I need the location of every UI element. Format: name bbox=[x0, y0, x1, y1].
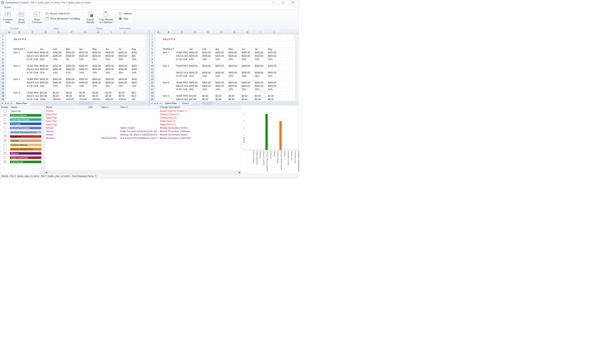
row-header[interactable]: 11 bbox=[0, 68, 5, 71]
cell[interactable] bbox=[228, 44, 241, 47]
right-horizontal-scrollbar[interactable] bbox=[194, 102, 298, 105]
cell[interactable]: $500.00 bbox=[105, 68, 118, 71]
select-all-corner[interactable] bbox=[149, 30, 155, 34]
option-row[interactable]: SysGen Names bbox=[0, 143, 41, 147]
cell[interactable]: Jun bbox=[105, 48, 118, 51]
cell[interactable]: $500.00 bbox=[39, 81, 52, 84]
cell[interactable] bbox=[105, 38, 118, 41]
cell[interactable]: 14% bbox=[267, 88, 280, 91]
diff-row[interactable]: Sheet2Attribute VB_Base = "0{00020820-0.… bbox=[45, 133, 241, 136]
cell[interactable] bbox=[215, 68, 228, 71]
option-checkbox[interactable] bbox=[4, 161, 6, 163]
cell[interactable] bbox=[79, 75, 92, 78]
cell[interactable]: $0.00 bbox=[118, 94, 131, 98]
cell[interactable]: 100% bbox=[39, 98, 52, 101]
cell[interactable] bbox=[79, 44, 92, 47]
cell[interactable] bbox=[13, 75, 26, 78]
cell[interactable] bbox=[155, 91, 162, 94]
cell[interactable]: YEAR PRIO bbox=[175, 81, 189, 84]
cell[interactable]: YEAR PRIO bbox=[175, 94, 189, 98]
cell[interactable]: 25% bbox=[105, 84, 118, 88]
cell[interactable] bbox=[189, 91, 202, 94]
cell[interactable] bbox=[155, 48, 162, 51]
first-sheet-icon[interactable]: ⏮ bbox=[1, 102, 4, 104]
option-checkbox[interactable] bbox=[4, 131, 6, 133]
cell[interactable] bbox=[6, 44, 13, 47]
cell[interactable] bbox=[215, 91, 228, 94]
cell[interactable]: 25% bbox=[105, 71, 118, 74]
cell[interactable] bbox=[175, 91, 189, 94]
cell[interactable] bbox=[162, 91, 175, 94]
cell[interactable]: $500.00 bbox=[66, 81, 79, 84]
cell[interactable]: Apr bbox=[79, 48, 92, 51]
cell[interactable]: $500.00 bbox=[254, 84, 267, 88]
cell[interactable]: Item 1 bbox=[13, 51, 26, 54]
row-header[interactable]: 15 bbox=[0, 81, 5, 84]
row-header[interactable]: 16 bbox=[149, 84, 155, 88]
cell[interactable] bbox=[162, 78, 175, 81]
diff-row[interactable]: Module1Sub ExportToP...Sub ExportToPDF()… bbox=[45, 136, 241, 140]
cell[interactable]: $400.00 bbox=[254, 64, 267, 67]
cell[interactable] bbox=[202, 34, 215, 38]
cell[interactable]: 25% bbox=[254, 75, 267, 78]
cell[interactable] bbox=[6, 84, 13, 88]
cell[interactable]: $500.00 bbox=[254, 54, 267, 58]
cell[interactable]: SALES GOA bbox=[26, 54, 39, 58]
diff-row[interactable]: Sales PlanDeleted Column F. bbox=[45, 113, 241, 116]
cell[interactable]: SALES GOA bbox=[26, 94, 39, 98]
cell[interactable] bbox=[39, 41, 52, 44]
row-header[interactable]: 19 bbox=[0, 94, 5, 98]
row-header[interactable]: 15 bbox=[149, 81, 155, 84]
cell[interactable]: 14% bbox=[267, 58, 280, 61]
cell[interactable]: $20.00 bbox=[189, 94, 202, 98]
cell[interactable] bbox=[155, 34, 162, 38]
cell[interactable]: SALES GOA bbox=[175, 98, 189, 101]
cell[interactable] bbox=[26, 88, 39, 91]
cell[interactable] bbox=[155, 98, 162, 101]
cell[interactable] bbox=[52, 75, 66, 78]
cell[interactable]: 14% bbox=[131, 71, 144, 74]
help-button[interactable]: ? Help bbox=[118, 16, 133, 21]
cell[interactable]: $0.00 bbox=[254, 94, 267, 98]
cell[interactable]: 14% bbox=[202, 58, 215, 61]
cell[interactable] bbox=[175, 61, 189, 64]
cell[interactable]: $400 bbox=[131, 68, 144, 71]
cell[interactable]: Item 2 bbox=[162, 64, 175, 67]
cell[interactable] bbox=[202, 61, 215, 64]
cell[interactable] bbox=[6, 64, 13, 67]
cell[interactable]: 25% bbox=[241, 75, 254, 78]
cell[interactable]: Item 3 bbox=[13, 78, 26, 81]
cell[interactable]: $400.00 bbox=[267, 71, 280, 74]
cell[interactable] bbox=[215, 34, 228, 38]
cell[interactable]: $400.00 bbox=[92, 64, 105, 67]
cell[interactable]: $500.00 bbox=[118, 54, 131, 58]
cell[interactable]: $400.00 bbox=[92, 51, 105, 54]
cell[interactable] bbox=[26, 48, 39, 51]
cell[interactable] bbox=[13, 54, 26, 58]
row-header[interactable]: 14 bbox=[0, 78, 5, 81]
col-header-F[interactable]: F bbox=[215, 30, 228, 34]
cell[interactable]: 0% bbox=[66, 58, 79, 61]
cell[interactable] bbox=[39, 75, 52, 78]
cell[interactable] bbox=[155, 94, 162, 98]
cell[interactable]: 50% bbox=[39, 58, 52, 61]
cell[interactable] bbox=[79, 88, 92, 91]
cell[interactable] bbox=[92, 75, 105, 78]
cell[interactable] bbox=[202, 78, 215, 81]
cell[interactable]: Item 4 bbox=[13, 91, 26, 94]
cell[interactable] bbox=[175, 44, 189, 47]
col-header-J[interactable]: J bbox=[267, 30, 280, 34]
cell[interactable] bbox=[39, 88, 52, 91]
cell[interactable] bbox=[79, 34, 92, 38]
cell[interactable] bbox=[66, 44, 79, 47]
cell[interactable]: $400.00 bbox=[202, 84, 215, 88]
cell[interactable]: $400.00 bbox=[52, 54, 66, 58]
cell[interactable]: $0.00 bbox=[241, 94, 254, 98]
cell[interactable]: $0.00 bbox=[79, 91, 92, 94]
cell[interactable] bbox=[162, 71, 175, 74]
cell[interactable]: 25% bbox=[92, 58, 105, 61]
cell[interactable] bbox=[175, 41, 189, 44]
cell[interactable]: $0.00 bbox=[228, 98, 241, 101]
cell[interactable] bbox=[228, 91, 241, 94]
cell[interactable]: 25% bbox=[189, 88, 202, 91]
